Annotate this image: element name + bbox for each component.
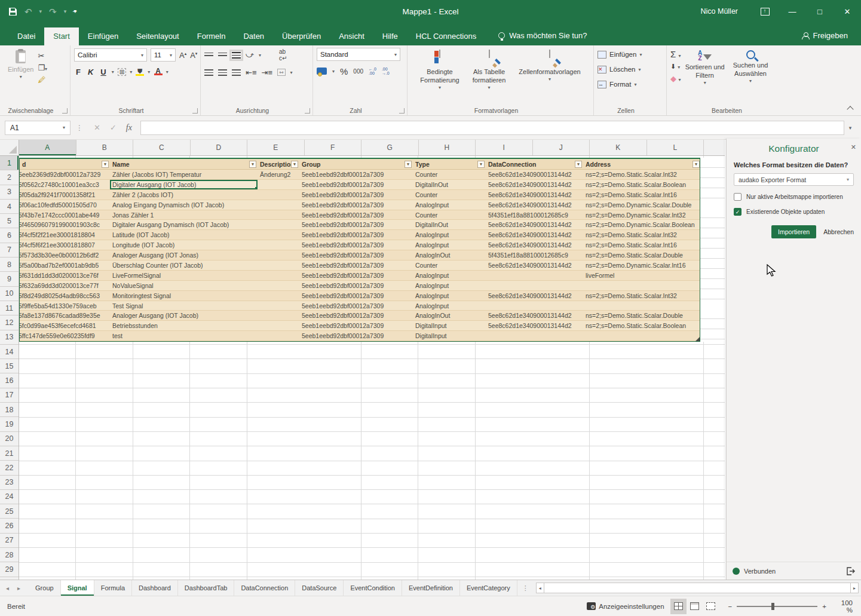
table-cell[interactable]: Analog Eingang Dynamisch (IOT Jacob) (110, 200, 258, 210)
table-cell[interactable]: 5ee8c62d1e340900013144d2 (486, 170, 583, 179)
table-cell[interactable]: Latitude (IOT Jacob) (110, 230, 258, 240)
orientation-dropdown-icon[interactable]: ▾ (259, 53, 261, 58)
table-cell[interactable] (258, 321, 299, 330)
row-header-9[interactable]: 9 (0, 272, 19, 286)
table-cell[interactable] (258, 200, 299, 210)
table-cell[interactable]: 5eeb1eebd92dbf00012a7309 (299, 220, 413, 229)
font-dialog-launcher[interactable] (192, 108, 198, 114)
table-cell[interactable]: 5eeb1eebd92dbf00012a7309 (299, 170, 413, 179)
account-user-name[interactable]: Nico Müller (700, 7, 738, 16)
row-header-24[interactable]: 24 (0, 490, 19, 504)
table-cell[interactable]: ns=2;s=Demo.Dynamic.Scalar.Int32 (583, 210, 701, 220)
grid-area[interactable]: d▾Name▾Description▾Group▾Type▾DataConnec… (19, 156, 725, 580)
menu-tab-ansicht[interactable]: Ansicht (330, 27, 373, 45)
display-settings-button[interactable]: ⚙ Anzeigeeinstellungen (581, 602, 670, 610)
pane-close-icon[interactable]: ✕ (851, 143, 856, 151)
table-cell[interactable]: Digitaler Ausgang Dynamisch (IOT Jacob) (110, 220, 258, 229)
filter-dropdown-icon[interactable]: ▾ (575, 161, 582, 168)
table-cell[interactable]: Counter (413, 210, 486, 220)
table-cell[interactable]: AnalogInput (413, 200, 486, 210)
increase-font-icon[interactable]: A▴ (179, 51, 186, 60)
underline-dropdown-icon[interactable]: ▾ (112, 69, 114, 75)
table-cell[interactable]: 5ee8c62d1e340900013144d2 (486, 261, 583, 270)
table-cell[interactable]: Test Signal (110, 301, 258, 311)
conditional-formatting-button[interactable]: Bedingte Formatierung▾ (416, 48, 463, 93)
cut-icon[interactable]: ✂ (38, 51, 47, 60)
sheet-tab-signal[interactable]: Signal (61, 580, 94, 596)
table-cell[interactable]: ns=2;s=Demo.Dynamic.Scalar.Boolean (583, 220, 701, 229)
column-header-G[interactable]: G (361, 140, 419, 155)
table-cell[interactable]: 5ee8c62d1e340900013144d2 (486, 311, 583, 320)
table-cell[interactable]: 5f573d3b30ee0b00012b6df2 (20, 250, 110, 260)
column-header-C[interactable]: C (133, 140, 191, 155)
sheet-tab-eventcategory[interactable]: EventCategory (460, 580, 517, 596)
table-cell[interactable]: AnalogInput (413, 271, 486, 280)
table-cell[interactable] (486, 281, 583, 290)
table-cell[interactable]: Counter (413, 190, 486, 200)
table-cell[interactable] (258, 291, 299, 301)
table-cell[interactable]: Änderung2 (258, 170, 299, 179)
column-header-A[interactable]: A (19, 140, 76, 155)
format-select[interactable]: audako Exporter Format▾ (734, 173, 854, 186)
clear-icon[interactable]: ◆ ▾ (670, 74, 681, 83)
cell-styles-button[interactable]: Zellenformatvorlagen▾ (514, 48, 584, 85)
table-cell[interactable]: 5f4351ef18a88100012685c9 (486, 250, 583, 260)
font-color-dropdown-icon[interactable]: ▾ (166, 69, 168, 75)
align-bottom-icon[interactable] (232, 52, 241, 59)
cells-delete-button[interactable]: ✕Löschen▾ (598, 63, 641, 76)
table-header-DataConnection[interactable]: DataConnection▾ (486, 159, 583, 169)
table-cell[interactable]: Jonas Zähler 1 (110, 210, 258, 220)
autosum-icon[interactable]: Σ ▾ (670, 49, 681, 59)
table-cell[interactable]: Monitoringtest Signal (110, 291, 258, 301)
menu-tab-hcl-connections[interactable]: HCL Connections (407, 27, 485, 45)
maximize-button[interactable]: □ (806, 0, 834, 23)
wrap-text-icon[interactable]: abc↵ (279, 48, 287, 62)
row-header-26[interactable]: 26 (0, 519, 19, 533)
view-page-layout-button[interactable] (687, 599, 703, 614)
table-cell[interactable]: ns=2;s=Demo.Static.Scalar.Double (583, 250, 701, 260)
close-button[interactable]: ✕ (834, 0, 861, 23)
table-cell[interactable]: AnalogInOut (413, 311, 486, 320)
column-header-E[interactable]: E (247, 140, 305, 155)
sheet-tab-eventcondition[interactable]: EventCondition (344, 580, 402, 596)
undo-icon[interactable]: ↶ (24, 7, 32, 16)
table-cell[interactable] (258, 261, 299, 270)
table-cell[interactable] (258, 311, 299, 320)
table-cell[interactable] (583, 331, 701, 341)
table-cell[interactable] (583, 301, 701, 311)
table-cell[interactable]: ns=2;s=Demo.Static.Scalar.Int16 (583, 240, 701, 250)
filter-dropdown-icon[interactable]: ▾ (693, 161, 700, 168)
ribbon-display-options-icon[interactable]: ↑ (751, 0, 779, 23)
table-cell[interactable] (258, 331, 299, 341)
table-cell[interactable] (258, 220, 299, 229)
table-cell[interactable]: ns=2;s=Demo.Dynamic.Scalar.Int16 (583, 261, 701, 270)
enter-entry-icon[interactable]: ✓ (105, 123, 121, 132)
table-cell[interactable]: 5eeb1eebd92dbf00012a7309 (299, 210, 413, 220)
table-cell[interactable] (258, 250, 299, 260)
clipboard-dialog-launcher[interactable] (62, 108, 68, 114)
checkbox-update-objects[interactable]: ✓ Existierende Objekte updaten (734, 208, 854, 216)
table-cell[interactable]: 5eeb1eebd92dbf00012a7309 (299, 240, 413, 250)
menu-tab-seitenlayout[interactable]: Seitenlayout (127, 27, 188, 45)
redo-dropdown-icon[interactable]: ▾ (64, 9, 67, 14)
table-cell[interactable]: 5f9ffe5ba54d1330e759aceb (20, 301, 110, 311)
column-header-D[interactable]: D (191, 140, 248, 155)
hscroll-track[interactable] (544, 583, 850, 593)
sheet-tab-dataconnection[interactable]: DataConnection (234, 580, 295, 596)
menu-tab-hilfe[interactable]: Hilfe (373, 27, 407, 45)
tell-me-search[interactable]: Was möchten Sie tun? (498, 31, 587, 45)
column-header-K[interactable]: K (590, 140, 647, 155)
increase-indent-icon[interactable]: ⇥≡ (261, 68, 272, 77)
menu-tab-einfügen[interactable]: Einfügen (79, 27, 127, 45)
decrease-decimal-icon[interactable]: .00→.0 (382, 67, 390, 75)
table-cell[interactable]: 5f631dd1dd3d0200013ce76f (20, 271, 110, 280)
table-cell[interactable]: 5eeb1eebd92dbf00012a7309 (299, 180, 413, 189)
row-header-4[interactable]: 4 (0, 200, 19, 214)
table-cell[interactable]: 5f4cf5f2f21ee30001818804 (20, 230, 110, 240)
alignment-dialog-launcher[interactable] (305, 108, 310, 114)
zoom-in-icon[interactable]: + (822, 603, 826, 610)
table-cell[interactable] (486, 301, 583, 311)
row-header-8[interactable]: 8 (0, 258, 19, 272)
column-header-F[interactable]: F (305, 140, 362, 155)
table-cell[interactable]: 5ee8c62d1e340900013144d2 (486, 200, 583, 210)
